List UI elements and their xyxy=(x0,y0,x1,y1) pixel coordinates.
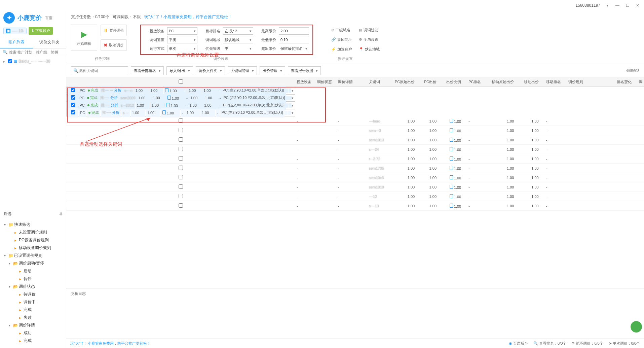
ratio-icon xyxy=(450,166,453,170)
filter-item-n2b1[interactable]: ▸待调价 xyxy=(4,290,66,298)
row-checkbox[interactable] xyxy=(179,203,183,208)
import-export-button[interactable]: 导入/导出 xyxy=(166,66,193,75)
fab-button[interactable] xyxy=(631,321,642,333)
gear-icon: ⚙ xyxy=(359,37,362,42)
select-all-checkbox[interactable] xyxy=(179,79,183,84)
tab-account-list[interactable]: 账户列表 xyxy=(0,37,33,48)
table-row[interactable]: - - ····hero 1.00 1.00 1.00 - 1.00 1.00 … xyxy=(66,116,644,126)
table-row[interactable]: - - sem1019 1.00 1.00 1.00 - 1.00 1.00 - xyxy=(66,182,644,192)
analysis-link[interactable]: 分析 xyxy=(114,88,121,92)
min-price-input[interactable] xyxy=(279,36,309,43)
keyword-search[interactable]: 🔍 xyxy=(71,66,128,75)
promo-link[interactable]: 玩"大"了！小鹿管家免费用，跨平台推广更轻松！ xyxy=(144,14,232,20)
account-badge[interactable]: ▣ ······10· xyxy=(3,28,27,34)
ratio-icon xyxy=(450,128,453,132)
device-select[interactable]: PC xyxy=(167,27,197,35)
cancel-bidding-button[interactable]: ✖ 取消调价 xyxy=(101,39,127,51)
filter-item-n2[interactable]: ▾📁已设置调价规则 xyxy=(4,252,66,259)
pause-bidding-button[interactable]: ⏸ 暂停调价 xyxy=(101,25,127,36)
view-report-button[interactable]: 查看报告数据 xyxy=(288,66,321,75)
table-row[interactable]: - - s····13 1.00 1.00 1.00 - 1.00 1.00 - xyxy=(66,201,644,211)
row-checkbox[interactable] xyxy=(71,88,75,92)
filter-item-n2c2[interactable]: ▸完成 xyxy=(4,337,66,345)
table-row[interactable]: - - ····12 1.00 1.00 1.00 - 1.00 1.00 - xyxy=(66,192,644,201)
analysis-link[interactable]: 分析 xyxy=(111,103,118,107)
folder-icon: 📁 xyxy=(9,254,13,258)
file-icon: ▸ xyxy=(13,231,17,235)
analysis-link[interactable]: 分析 xyxy=(112,110,119,114)
row-checkbox[interactable] xyxy=(179,128,183,132)
region-select[interactable]: 默认地域 xyxy=(223,36,253,43)
global-settings-link[interactable]: ⚙全局设置 xyxy=(359,36,380,43)
bid-mgmt-button[interactable]: 出价管理 xyxy=(260,66,285,75)
table-row[interactable]: - - s····24 1.00 1.00 1.00 - 1.00 1.00 - xyxy=(66,145,644,154)
globe-icon: ⊕ xyxy=(331,28,334,32)
word-filter-link[interactable]: ▤调词过滤 xyxy=(359,27,380,34)
filter-item-n2c[interactable]: ▾📂调价详情 xyxy=(4,321,66,329)
row-checkbox[interactable] xyxy=(71,95,75,100)
row-checkbox[interactable] xyxy=(71,103,75,107)
table-row[interactable]: - - sem10c3 1.00 1.00 1.00 - 1.00 1.00 - xyxy=(66,173,644,182)
maximize-button[interactable]: ☐ xyxy=(624,2,631,8)
priority-select[interactable]: 中 xyxy=(223,45,253,52)
analysis-link[interactable]: 分析 xyxy=(110,96,118,100)
folder-icon: 📂 xyxy=(13,323,17,327)
filter-item-n1c[interactable]: ▸移动设备调价规则 xyxy=(4,244,66,252)
keyword-mgmt-button[interactable]: 关键词管理 xyxy=(228,66,257,75)
speed-select[interactable]: 平衡 xyxy=(167,36,197,43)
tree-item[interactable]: ▸ ▦ Baidu_····· ···-···38 xyxy=(3,58,63,64)
filter-item-n2b[interactable]: ▾📂调价状态 xyxy=(4,283,66,290)
close-button[interactable]: ✕ xyxy=(635,2,641,8)
table-row[interactable]: - - sem···3 1.00 1.00 1.00 - 1.00 1.00 - xyxy=(66,126,644,135)
price-folder-button[interactable]: 调价文件夹 xyxy=(196,66,225,75)
table-row[interactable]: PC 完成 推····· 分析 s···· 1.00 1.00 1.00 - 1… xyxy=(66,109,295,116)
group-url-link[interactable]: 🔗集团网址 xyxy=(331,36,352,43)
start-bidding-button[interactable]: ▶ 开始调价 xyxy=(71,25,97,51)
filter-item-n2b2[interactable]: ▸调价中 xyxy=(4,298,66,306)
filter-item-n2b3[interactable]: ▸完成 xyxy=(4,306,66,314)
default-region-link[interactable]: 📍默认地域 xyxy=(359,46,380,53)
ratio-icon xyxy=(450,194,453,198)
statusbar-promo[interactable]: 玩"大"了！小鹿管家免费用，跨平台推广更轻松！ xyxy=(70,341,151,346)
row-checkbox[interactable] xyxy=(179,137,183,142)
download-account-button[interactable]: ⬇ 下载账户 xyxy=(29,27,53,35)
target-rank-select[interactable]: 左|头: 2 xyxy=(223,27,253,35)
ratio-icon xyxy=(167,96,171,100)
overflow-select[interactable]: 保留最优排名 xyxy=(279,45,309,52)
tree-checkbox[interactable] xyxy=(8,59,12,63)
table-row[interactable]: - - sem1705 1.00 1.00 1.00 - 1.00 1.00 - xyxy=(66,164,644,173)
row-checkbox[interactable] xyxy=(179,156,183,161)
keyword-search-input[interactable] xyxy=(78,69,126,73)
filter-item-n1a[interactable]: ▸未设置调价规则 xyxy=(4,229,66,236)
filter-item-n2b4[interactable]: ▸失败 xyxy=(4,314,66,321)
collapse-icon[interactable]: ⇊ xyxy=(59,212,63,216)
sidebar-search[interactable]: 🔍 xyxy=(0,48,66,56)
accelerate-link[interactable]: ⚡加速账户 xyxy=(331,46,352,53)
filter-item-n2a1[interactable]: ▸启动 xyxy=(4,267,66,275)
row-checkbox[interactable] xyxy=(179,175,183,179)
max-price-input[interactable] xyxy=(279,27,309,35)
dropdown-icon[interactable]: ▾ xyxy=(604,2,610,8)
row-checkbox[interactable] xyxy=(179,194,183,198)
filter-item-n1b[interactable]: ▸PC设备调价规则 xyxy=(4,236,66,244)
filter-item-n2a2[interactable]: ▸暂停 xyxy=(4,275,66,283)
loop-icon: ⟳ xyxy=(572,341,575,346)
ratio-icon xyxy=(166,103,169,107)
table-row[interactable]: - - r···2·72 1.00 1.00 1.00 - 1.00 1.00 … xyxy=(66,154,644,164)
row-checkbox[interactable] xyxy=(179,147,183,151)
table-row[interactable]: - - sem1013 1.00 1.00 1.00 - 1.00 1.00 - xyxy=(66,135,644,145)
subdomain-link[interactable]: ⊕二级域名 xyxy=(331,27,352,34)
sidebar-search-input[interactable] xyxy=(9,50,63,54)
run-mode-select[interactable]: 单次 xyxy=(167,45,197,52)
row-checkbox[interactable] xyxy=(179,166,183,170)
minimize-button[interactable]: — xyxy=(614,2,620,8)
view-rank-button[interactable]: 查看全部排名 xyxy=(131,66,164,75)
filter-item-n1[interactable]: ▾📁快速筛选 xyxy=(4,221,66,229)
row-checkbox[interactable] xyxy=(179,184,183,189)
row-checkbox[interactable] xyxy=(179,118,183,123)
backend-link[interactable]: ◉百度后台 xyxy=(509,341,528,346)
filter-item-n2c1[interactable]: ▸成功 xyxy=(4,329,66,337)
filter-item-n2a[interactable]: ▾📂调价启动/暂停 xyxy=(4,259,66,267)
tab-price-folder[interactable]: 调价文件夹 xyxy=(33,37,66,48)
row-checkbox[interactable] xyxy=(71,110,75,114)
